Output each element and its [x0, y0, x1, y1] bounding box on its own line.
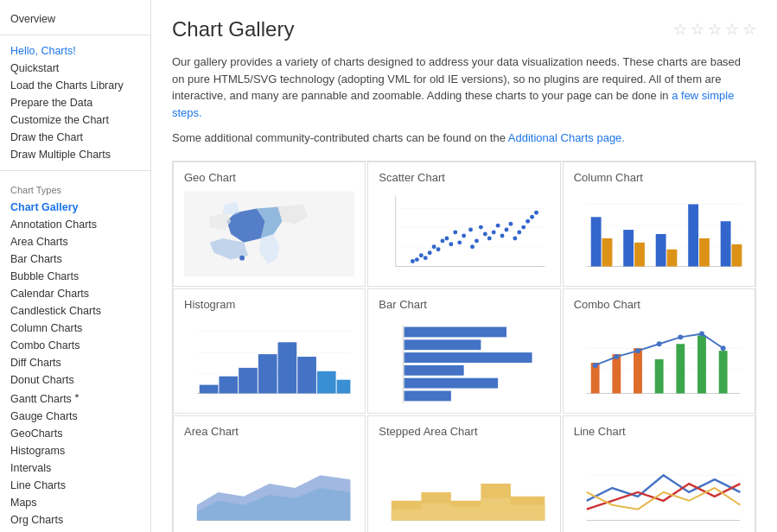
sidebar-histograms[interactable]: Histograms [0, 442, 150, 459]
svg-rect-76 [404, 352, 532, 363]
description-2: Some additional community-contributed ch… [172, 130, 756, 147]
star-3[interactable]: ☆ [708, 20, 722, 39]
star-2[interactable]: ☆ [691, 20, 704, 39]
sidebar-gantt-charts[interactable]: Gantt Charts ● [0, 389, 150, 408]
svg-point-37 [432, 244, 436, 249]
sidebar-draw-multiple[interactable]: Draw Multiple Charts [0, 146, 150, 163]
sidebar-overview[interactable]: Overview [0, 10, 150, 28]
svg-point-24 [449, 242, 454, 246]
svg-point-97 [699, 331, 704, 336]
svg-point-18 [462, 233, 467, 238]
svg-point-20 [474, 238, 479, 243]
sidebar-area-charts[interactable]: Area Charts [0, 233, 150, 250]
combo-chart-visual [574, 318, 744, 404]
area-chart-title: Area Chart [184, 425, 354, 438]
svg-rect-57 [699, 238, 710, 266]
scatter-chart-title: Scatter Chart [379, 171, 549, 184]
svg-point-38 [424, 256, 428, 260]
svg-point-40 [415, 257, 419, 262]
sidebar-quickstart[interactable]: Quickstart [0, 60, 150, 77]
star-1[interactable]: ☆ [673, 20, 687, 39]
chart-grid: Geo Chart [172, 161, 756, 533]
stepped-area-chart-visual [379, 445, 549, 531]
page-header: Chart Gallery ☆ ☆ ☆ ☆ ☆ [172, 17, 756, 41]
bar-chart-title: Bar Chart [379, 298, 549, 311]
geo-chart-visual [184, 191, 354, 277]
sidebar-donut-charts[interactable]: Donut Charts [0, 371, 150, 389]
histogram-visual [184, 318, 354, 404]
chart-card-histogram[interactable]: Histogram [173, 288, 366, 414]
sidebar-prepare-data[interactable]: Prepare the Data [0, 94, 150, 111]
svg-rect-107 [574, 445, 744, 530]
chart-card-bar[interactable]: Bar Chart [367, 288, 560, 414]
sidebar-column-charts[interactable]: Column Charts [0, 320, 150, 337]
svg-rect-89 [676, 344, 685, 393]
sidebar-hello[interactable]: Hello, Charts! [0, 42, 150, 60]
sidebar-gauge-charts[interactable]: Gauge Charts [0, 408, 150, 425]
svg-rect-87 [634, 348, 642, 393]
sidebar: Overview Hello, Charts! Quickstart Load … [0, 0, 151, 532]
bar-chart-visual [379, 318, 549, 404]
svg-point-36 [428, 250, 432, 255]
sidebar-diff-charts[interactable]: Diff Charts [0, 354, 150, 371]
sidebar-bubble-charts[interactable]: Bubble Charts [0, 268, 150, 285]
chart-card-line[interactable]: Line Chart [563, 415, 755, 533]
star-4[interactable]: ☆ [725, 20, 739, 39]
svg-rect-66 [219, 376, 238, 393]
sidebar-intervals[interactable]: Intervals [0, 459, 150, 477]
sidebar-maps[interactable]: Maps [0, 494, 150, 511]
stepped-area-chart-title: Stepped Area Chart [379, 425, 549, 438]
chart-card-scatter[interactable]: Scatter Chart [367, 162, 560, 287]
svg-rect-74 [404, 326, 506, 337]
column-chart-visual [574, 191, 744, 277]
chart-card-area[interactable]: Area Chart [173, 415, 366, 533]
svg-point-33 [513, 236, 518, 240]
chart-card-stepped[interactable]: Stepped Area Chart [367, 415, 560, 533]
svg-point-8 [239, 255, 245, 260]
svg-rect-78 [404, 377, 499, 388]
line-chart-visual [574, 445, 744, 531]
sidebar-geo-charts[interactable]: GeoCharts [0, 425, 150, 442]
star-5[interactable]: ☆ [742, 20, 756, 39]
svg-point-94 [635, 348, 640, 353]
svg-point-19 [468, 227, 473, 231]
sidebar-bar-charts[interactable]: Bar Charts [0, 250, 150, 268]
svg-point-17 [458, 240, 462, 244]
star-rating[interactable]: ☆ ☆ ☆ ☆ ☆ [673, 20, 756, 39]
svg-rect-65 [200, 384, 219, 393]
line-chart-title: Line Chart [574, 425, 744, 438]
sidebar-line-charts[interactable]: Line Charts [0, 477, 150, 494]
svg-rect-72 [337, 379, 351, 393]
main-content: Chart Gallery ☆ ☆ ☆ ☆ ☆ Our gallery prov… [151, 0, 777, 532]
description-1: Our gallery provides a variety of charts… [172, 54, 756, 121]
svg-point-22 [483, 231, 487, 236]
sidebar-pie-charts[interactable]: Pie Charts [0, 529, 150, 532]
svg-point-26 [441, 238, 445, 243]
sidebar-annotation-charts[interactable]: Annotation Charts [0, 216, 150, 233]
chart-card-combo[interactable]: Combo Chart [563, 288, 755, 414]
sidebar-org-charts[interactable]: Org Charts [0, 511, 150, 529]
sidebar-candlestick-charts[interactable]: Candlestick Charts [0, 302, 150, 320]
svg-point-32 [509, 221, 513, 225]
additional-charts-link[interactable]: Additional Charts page. [508, 131, 625, 144]
svg-rect-88 [654, 359, 663, 393]
svg-rect-55 [666, 249, 677, 266]
histogram-title: Histogram [184, 298, 354, 311]
chart-card-geo[interactable]: Geo Chart [173, 162, 366, 287]
chart-card-column[interactable]: Column Chart [563, 162, 755, 287]
svg-rect-53 [634, 242, 645, 266]
sidebar-calendar-charts[interactable]: Calendar Charts [0, 285, 150, 302]
sidebar-draw-chart[interactable]: Draw the Chart [0, 129, 150, 146]
geo-chart-title: Geo Chart [184, 171, 354, 184]
svg-rect-56 [688, 204, 698, 266]
sidebar-chart-gallery[interactable]: Chart Gallery [0, 199, 150, 216]
svg-rect-75 [404, 339, 481, 350]
sidebar-combo-charts[interactable]: Combo Charts [0, 337, 150, 354]
sidebar-load-library[interactable]: Load the Charts Library [0, 77, 150, 94]
sidebar-customize-chart[interactable]: Customize the Chart [0, 111, 150, 129]
svg-rect-71 [317, 370, 336, 393]
svg-point-23 [487, 236, 492, 240]
svg-rect-70 [297, 357, 316, 393]
svg-point-96 [678, 334, 683, 339]
svg-point-43 [530, 214, 534, 218]
